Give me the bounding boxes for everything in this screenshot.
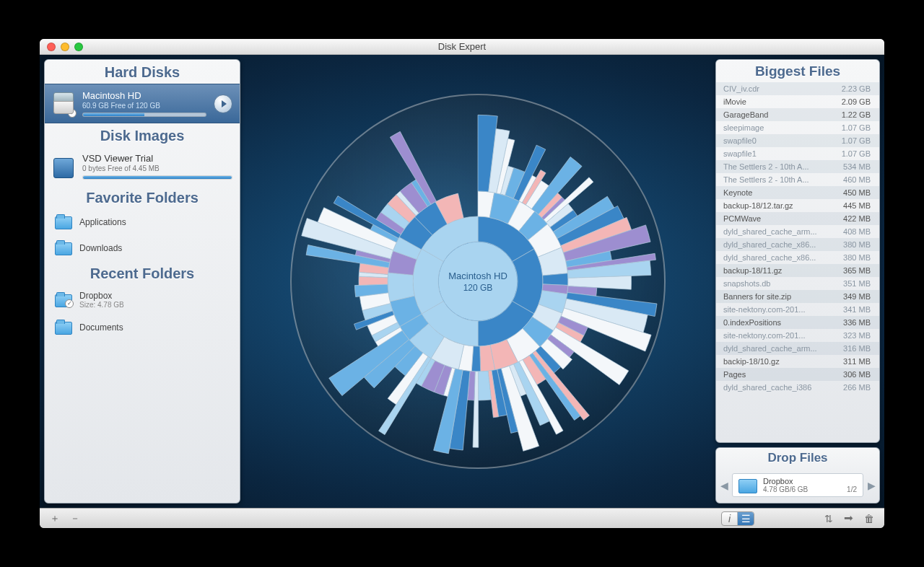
file-name: dyld_shared_cache_i386 [723,383,837,392]
file-name: dyld_shared_cache_x86... [723,240,837,249]
file-name: Pages [723,370,837,379]
file-row[interactable]: CIV_iv.cdr 2.23 GB [716,82,879,95]
recent-folder-item[interactable]: ✓ Dropbox Size: 4.78 GB [45,285,240,315]
file-size: 341 MB [843,305,871,314]
sort-button[interactable]: ⇅ [821,512,837,525]
file-row[interactable]: Pages 306 MB [716,368,879,381]
hard-disks-header: Hard Disks [45,60,240,84]
center-disk-size: 120 GB [448,283,507,293]
trash-button[interactable]: 🗑 [861,512,877,525]
disk-image-item[interactable]: VSD Viewer Trial 0 bytes Free of 4.45 MB [45,147,240,185]
file-name: dyld_shared_cache_arm... [723,344,837,353]
window-title: Disk Expert [40,41,884,52]
file-row[interactable]: sleepimage 1.07 GB [716,121,879,134]
file-size: 380 MB [843,253,871,262]
disk-images-header: Disk Images [45,123,240,147]
file-size: 311 MB [843,357,871,366]
center-disk-name: Macintosh HD [448,271,507,281]
file-row[interactable]: backup-18/11.gz 365 MB [716,264,879,277]
favorite-folder-item[interactable]: Downloads [45,235,240,261]
favorite-folder-item[interactable]: Applications [45,209,240,235]
remove-button[interactable]: － [67,512,83,525]
favorite-label: Downloads [79,243,122,253]
file-size: 336 MB [843,318,871,327]
file-row[interactable]: dyld_shared_cache_x86... 380 MB [716,238,879,251]
file-row[interactable]: The Settlers 2 - 10th A... 534 MB [716,160,879,173]
file-size: 349 MB [843,292,871,301]
drop-item-name: Dropbox [763,477,857,485]
titlebar: Disk Expert [40,39,884,55]
file-row[interactable]: The Settlers 2 - 10th A... 460 MB [716,173,879,186]
sidebar: Hard Disks ✓ Macintosh HD 60.9 GB Free o… [44,59,240,504]
file-row[interactable]: Keynote 450 MB [716,186,879,199]
disk-free-label: 60.9 GB Free of 120 GB [82,102,206,110]
folder-icon: ✓ [55,293,72,307]
file-row[interactable]: swapfile1 1.07 GB [716,147,879,160]
list-view-button[interactable]: ☰ [738,512,754,525]
file-name: dyld_shared_cache_x86... [723,253,837,262]
checkmark-icon: ✓ [65,299,74,308]
file-name: site-nektony.com-201... [723,305,837,314]
folder-icon [55,215,72,229]
recent-label: Dropbox [79,291,124,301]
reveal-button[interactable]: ⮕ [841,512,857,525]
file-row[interactable]: dyld_shared_cache_arm... 316 MB [716,342,879,355]
file-row[interactable]: snapshots.db 351 MB [716,277,879,290]
file-row[interactable]: 0.indexPositions 336 MB [716,316,879,329]
file-size: 365 MB [843,266,871,275]
disk-name: Macintosh HD [82,90,206,101]
file-name: Banners for site.zip [723,292,837,301]
add-button[interactable]: ＋ [47,512,63,525]
file-size: 534 MB [843,162,871,171]
favorite-label: Applications [79,217,126,227]
biggest-files-header: Biggest Files [716,60,879,82]
drop-item[interactable]: Dropbox 4.78 GB/6 GB 1/2 [732,473,863,497]
file-size: 450 MB [843,188,871,197]
hard-disk-icon: ✓ [52,91,75,117]
file-size: 323 MB [843,331,871,340]
file-row[interactable]: backip-18/10.gz 311 MB [716,355,879,368]
file-row[interactable]: GarageBand 1.22 GB [716,108,879,121]
file-name: site-nektony.com-201... [723,331,837,340]
file-row[interactable]: dyld_shared_cache_arm... 408 MB [716,225,879,238]
file-size: 460 MB [843,175,871,184]
recent-folder-item[interactable]: Documents [45,315,240,340]
dropbox-folder-icon [738,478,757,493]
file-size: 1.07 GB [842,123,871,132]
file-row[interactable]: swapfile0 1.07 GB [716,134,879,147]
file-size: 2.23 GB [842,84,871,93]
file-row[interactable]: site-nektony.com-201... 341 MB [716,303,879,316]
drop-prev-button[interactable]: ◀ [720,480,728,491]
biggest-files-list[interactable]: CIV_iv.cdr 2.23 GBiMovie 2.09 GBGarageBa… [716,82,879,442]
file-name: The Settlers 2 - 10th A... [723,162,837,171]
scan-button[interactable] [214,94,232,113]
file-name: iMovie [723,97,836,106]
file-row[interactable]: PCMWave 422 MB [716,212,879,225]
file-row[interactable]: dyld_shared_cache_i386 266 MB [716,381,879,394]
disk-image-icon [52,154,75,180]
file-row[interactable]: site-nektony.com-201... 323 MB [716,329,879,342]
file-row[interactable]: backup-18/12.tar.gz 445 MB [716,199,879,212]
file-row[interactable]: dyld_shared_cache_x86... 380 MB [716,251,879,264]
file-name: backip-18/10.gz [723,357,837,366]
folder-icon [55,320,72,335]
file-row[interactable]: iMovie 2.09 GB [716,95,879,108]
content-area: Hard Disks ✓ Macintosh HD 60.9 GB Free o… [40,55,884,508]
file-name: dyld_shared_cache_arm... [723,227,837,236]
sunburst-view[interactable]: Macintosh HD 120 GB [245,59,711,504]
file-row[interactable]: Banners for site.zip 349 MB [716,290,879,303]
checkmark-icon: ✓ [68,109,77,118]
disk-image-usage-bar [82,175,232,180]
right-panels: Biggest Files CIV_iv.cdr 2.23 GBiMovie 2… [715,59,880,504]
file-name: CIV_iv.cdr [723,84,836,93]
file-size: 1.22 GB [842,110,871,119]
toolbar: ＋ － i ☰ ⇅ ⮕ 🗑 [40,508,884,528]
view-mode-toggle: i ☰ [721,511,754,526]
folder-icon [55,241,72,255]
favorites-header: Favorite Folders [45,185,240,209]
hard-disk-item[interactable]: ✓ Macintosh HD 60.9 GB Free of 120 GB [45,84,240,123]
drop-next-button[interactable]: ▶ [868,480,875,491]
file-size: 2.09 GB [842,97,871,106]
info-view-button[interactable]: i [722,512,738,525]
disk-image-free-label: 0 bytes Free of 4.45 MB [82,164,232,172]
